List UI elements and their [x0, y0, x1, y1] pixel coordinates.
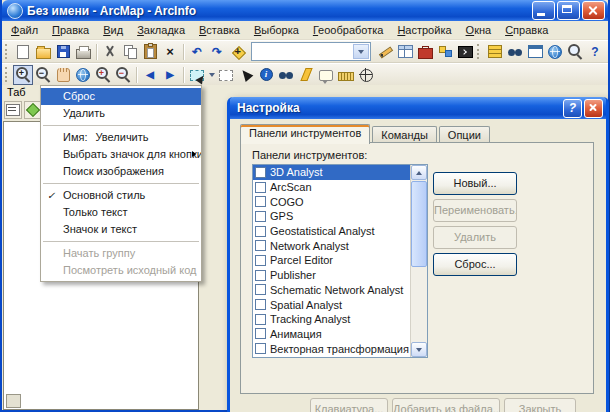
select-features-button[interactable] [187, 65, 207, 85]
scroll-up-button[interactable] [411, 165, 427, 180]
add-data-button[interactable] [227, 42, 247, 62]
toc-list-view-button[interactable] [4, 101, 22, 119]
reset-toolbar-button[interactable]: Сброс... [433, 253, 517, 276]
toolbar-grip[interactable] [5, 67, 10, 82]
menu-item-image-and-text[interactable]: Значок и текст [41, 221, 201, 238]
add-from-file-button[interactable]: Добавить из файла... [392, 398, 500, 412]
zoom-in-button[interactable]: + [13, 65, 33, 85]
close-button[interactable] [582, 1, 605, 20]
checkbox[interactable] [255, 240, 266, 251]
list-item[interactable]: Parcel Editor [253, 253, 410, 268]
menu-item-delete[interactable]: Удалить [41, 105, 201, 122]
list-item[interactable]: 3D Analyst [253, 165, 410, 180]
checkbox[interactable] [255, 299, 266, 310]
list-item[interactable]: Geostatistical Analyst [253, 224, 410, 239]
menu-item-default-style[interactable]: Основной стиль [41, 187, 201, 204]
arctoolbox-button[interactable] [415, 42, 435, 62]
list-item[interactable]: Векторная трансформация [253, 341, 410, 356]
checkbox[interactable] [255, 270, 266, 281]
toolbar-grip[interactable] [5, 44, 10, 59]
clear-selection-button[interactable] [216, 65, 236, 85]
model-builder-button[interactable] [435, 42, 455, 62]
menu-windows[interactable]: Окна [459, 22, 499, 38]
checkbox[interactable] [255, 284, 266, 295]
undo-button[interactable]: ↶ [187, 42, 207, 62]
delete-button[interactable]: × [160, 42, 180, 62]
fixed-zoom-out-button[interactable]: − [113, 65, 133, 85]
menu-geoprocessing[interactable]: Геообработка [306, 22, 391, 38]
whats-this-button[interactable]: ? [585, 42, 605, 62]
list-scrollbar[interactable] [410, 165, 427, 357]
checkbox[interactable] [255, 343, 266, 354]
forward-button[interactable]: ▶ [160, 65, 180, 85]
overview-window-button[interactable] [545, 42, 565, 62]
menu-item-reset[interactable]: Сброс [41, 88, 201, 105]
pan-button[interactable] [53, 65, 73, 85]
checkbox[interactable] [255, 255, 266, 266]
menu-selection[interactable]: Выборка [247, 22, 306, 38]
command-line-button[interactable] [455, 42, 475, 62]
menu-item-text-only[interactable]: Только текст [41, 204, 201, 221]
identify-button[interactable] [256, 65, 276, 85]
list-item[interactable]: COGO [253, 194, 410, 209]
go-to-xy-button[interactable] [356, 65, 376, 85]
save-button[interactable] [53, 42, 73, 62]
dialog-help-button[interactable] [563, 99, 582, 118]
redo-button[interactable]: ↷ [207, 42, 227, 62]
menu-insert[interactable]: Вставка [192, 22, 247, 38]
menu-item-pick-icon[interactable]: Выбрать значок для кнопки [41, 146, 201, 163]
menu-item-browse-image[interactable]: Поиск изображения [41, 163, 201, 180]
new-toolbar-button[interactable]: Новый... [433, 172, 517, 195]
arccatalog-button[interactable] [485, 42, 505, 62]
tab-toolbars[interactable]: Панели инструментов [240, 124, 370, 144]
dialog-close-button[interactable] [584, 99, 603, 118]
editor-button[interactable] [375, 42, 395, 62]
list-item[interactable]: Publisher [253, 268, 410, 283]
keyboard-button[interactable]: Клавиатура... [310, 398, 388, 412]
checkbox[interactable] [255, 196, 266, 207]
checkbox[interactable] [255, 182, 266, 193]
dialog-close-action-button[interactable]: Закрыть [504, 398, 576, 412]
button-name-field[interactable]: Увеличить [95, 131, 148, 143]
new-document-button[interactable] [13, 42, 33, 62]
measure-button[interactable] [336, 65, 356, 85]
select-features-dropdown[interactable] [207, 65, 216, 85]
scrollbar-thumb[interactable] [411, 181, 427, 267]
scale-combo-input[interactable] [254, 44, 353, 59]
checkbox[interactable] [255, 314, 266, 325]
full-extent-button[interactable] [73, 65, 93, 85]
toolbar-grip[interactable] [477, 44, 482, 59]
fixed-zoom-in-button[interactable]: + [93, 65, 113, 85]
open-button[interactable] [33, 42, 53, 62]
scale-combo-dropdown[interactable] [353, 44, 369, 59]
menu-item-name[interactable]: Имя:Увеличить [41, 129, 201, 146]
magnifier-window-button[interactable] [565, 42, 585, 62]
select-elements-button[interactable] [236, 65, 256, 85]
attribute-table-button[interactable] [395, 42, 415, 62]
checkbox[interactable] [255, 328, 266, 339]
menu-file[interactable]: Файл [4, 22, 45, 38]
list-item[interactable]: Network Analyst [253, 238, 410, 253]
list-item[interactable]: Schematic Network Analyst [253, 283, 410, 298]
menu-bookmarks[interactable]: Закладка [130, 22, 192, 38]
checkbox[interactable] [255, 226, 266, 237]
list-item[interactable]: GPS [253, 209, 410, 224]
menu-help[interactable]: Справка [498, 22, 555, 38]
search-button[interactable] [505, 42, 525, 62]
scroll-down-button[interactable] [411, 342, 427, 357]
zoom-out-button[interactable]: − [33, 65, 53, 85]
toc-bottom-tab[interactable] [6, 394, 21, 408]
viewer-window-button[interactable] [525, 42, 545, 62]
list-item[interactable]: ArcScan [253, 180, 410, 195]
cut-button[interactable] [100, 42, 120, 62]
copy-button[interactable] [120, 42, 140, 62]
html-popup-button[interactable] [316, 65, 336, 85]
checkbox[interactable] [255, 211, 266, 222]
list-item[interactable]: Анимация [253, 327, 410, 342]
print-button[interactable] [73, 42, 93, 62]
list-item[interactable]: Spatial Analyst [253, 297, 410, 312]
menu-customize[interactable]: Настройка [390, 22, 458, 38]
back-button[interactable]: ◀ [140, 65, 160, 85]
hyperlink-button[interactable] [296, 65, 316, 85]
checkbox[interactable] [255, 167, 266, 178]
